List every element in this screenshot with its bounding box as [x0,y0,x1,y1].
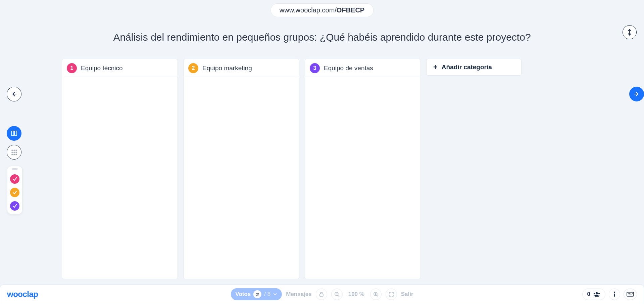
zoom-level: 100 % [347,291,366,298]
column-header: 3 Equipo de ventas [305,59,420,77]
svg-point-6 [13,151,14,153]
question-title: Análisis del rendimiento en pequeños gru… [0,32,644,43]
svg-point-25 [628,293,629,294]
column-header: 2 Equipo marketing [184,59,299,77]
session-url[interactable]: www.wooclap.com/OFBECP [270,3,374,17]
next-question-button[interactable] [629,87,644,101]
check-icon [12,204,17,208]
arrow-left-icon [11,91,17,97]
svg-point-3 [13,149,14,150]
column-title: Equipo técnico [81,64,123,72]
column-header: 1 Equipo técnico [62,59,178,77]
svg-rect-11 [320,294,323,296]
category-column[interactable]: 1 Equipo técnico [62,59,178,279]
column-badge: 3 [310,63,320,73]
svg-point-28 [632,293,633,294]
svg-point-9 [13,154,14,155]
keyboard-icon [627,292,634,297]
svg-point-19 [596,292,598,294]
chevron-down-icon [273,292,277,296]
unlock-icon [319,292,324,297]
votes-label: Votos [235,291,251,298]
svg-point-22 [614,292,615,293]
bottom-right-controls: 0 [582,289,637,300]
votes-dropdown[interactable]: Votos 2 / 8 [231,288,282,300]
bottom-center-controls: Votos 2 / 8 Mensajes [231,288,413,300]
url-code: OFBECP [337,6,364,14]
svg-point-26 [629,293,630,294]
zoom-out-button[interactable] [331,289,343,300]
users-icon [593,292,600,297]
svg-point-20 [594,293,595,294]
exit-button[interactable]: Salir [401,291,413,298]
filter-category-2[interactable] [10,188,19,197]
column-title: Equipo marketing [202,64,252,72]
svg-point-21 [598,293,600,294]
fullscreen-button[interactable] [386,289,397,300]
svg-point-4 [15,149,16,150]
svg-point-10 [15,154,16,155]
svg-rect-23 [614,294,615,297]
participants-button[interactable]: 0 [582,289,605,300]
prev-question-button[interactable] [7,87,21,101]
check-icon [12,177,17,181]
svg-point-2 [11,149,12,150]
svg-point-7 [15,151,16,153]
column-badge: 2 [188,63,198,73]
url-base: www.wooclap.com/ [280,6,337,14]
svg-rect-24 [627,292,634,296]
keyboard-button[interactable] [624,289,637,300]
zoom-out-icon [334,292,340,297]
column-badge: 1 [67,63,77,73]
grid-icon [11,149,17,155]
svg-line-13 [338,295,339,297]
svg-rect-29 [629,295,632,295]
svg-point-5 [11,151,12,153]
messages-button[interactable]: Mensajes [286,291,312,298]
svg-rect-1 [14,131,17,136]
brainstorm-board: 1 Equipo técnico 2 Equipo marketing 3 Eq… [62,59,582,280]
plus-icon: + [433,63,438,71]
info-icon [613,291,616,297]
view-switcher [7,126,21,160]
add-category-button[interactable]: + Añadir categoría [426,59,522,76]
bottom-toolbar: wooclap Votos 2 / 8 Mensajes [0,285,644,304]
lock-button[interactable] [316,289,327,300]
add-category-label: Añadir categoría [442,63,492,71]
category-column[interactable]: 3 Equipo de ventas [305,59,421,279]
svg-point-27 [631,293,631,294]
votes-total: / 8 [264,291,270,298]
category-filter-panel[interactable] [7,166,22,214]
check-icon [12,190,17,195]
participants-count: 0 [587,291,590,298]
vertical-arrows-icon [627,29,632,36]
fullscreen-icon [389,292,394,297]
column-title: Equipo de ventas [324,64,373,72]
svg-point-8 [11,154,12,155]
svg-line-16 [377,295,378,297]
filter-category-3[interactable] [10,201,19,211]
zoom-in-icon [373,292,379,297]
category-column[interactable]: 2 Equipo marketing [183,59,299,279]
view-grid-button[interactable] [7,145,21,160]
board-icon [11,130,17,137]
toggle-layout-button[interactable] [623,25,637,39]
wooclap-logo[interactable]: wooclap [7,290,38,299]
info-button[interactable] [609,289,620,300]
zoom-in-button[interactable] [370,289,382,300]
view-board-button[interactable] [7,126,21,141]
filter-category-1[interactable] [10,174,19,184]
votes-current: 2 [253,290,261,298]
arrow-right-icon [634,91,640,97]
svg-rect-0 [11,131,14,136]
